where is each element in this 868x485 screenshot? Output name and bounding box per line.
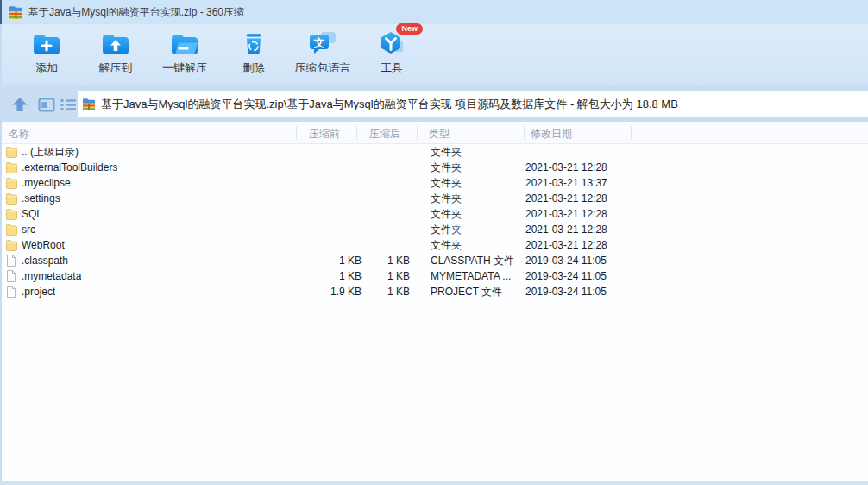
folder-icon bbox=[6, 192, 17, 205]
column-divider bbox=[417, 126, 418, 140]
size-after: 1 KB bbox=[364, 268, 410, 284]
one-click-extract-button[interactable]: 一键解压 bbox=[150, 24, 219, 83]
preview-pane-icon[interactable] bbox=[38, 98, 55, 112]
file-icon bbox=[6, 255, 17, 267]
file-row[interactable]: WebRoot 文件夹 2021-03-21 12:28 bbox=[2, 237, 868, 253]
file-type: 文件夹 bbox=[431, 144, 522, 160]
size-after: 1 KB bbox=[364, 284, 410, 299]
zip-file-icon bbox=[82, 98, 96, 111]
address-field[interactable]: 基于Java与Mysql的融资平台实现.zip\基于Java与Mysql的融资平… bbox=[78, 91, 868, 117]
360zip-window: 基于Java与Mysql的融资平台实现.zip - 360压缩 添加 bbox=[0, 0, 868, 485]
archive-language-button[interactable]: 文 压缩包语言 bbox=[288, 24, 357, 83]
folder-icon bbox=[6, 208, 17, 220]
svg-text:文: 文 bbox=[313, 36, 325, 49]
modified-date: 2021-03-21 12:28 bbox=[525, 237, 633, 253]
modified-date: 2019-03-24 11:05 bbox=[525, 253, 633, 268]
size-after: 1 KB bbox=[364, 253, 410, 268]
file-row[interactable]: .project 1.9 KB 1 KB PROJECT 文件 2019-03-… bbox=[2, 284, 868, 299]
up-arrow-icon[interactable] bbox=[10, 96, 29, 113]
file-list: .. (上级目录) 文件夹 .externalToolBuilders 文件夹 … bbox=[2, 144, 868, 299]
file-type: MYMETADATA ... bbox=[431, 268, 522, 284]
folder-icon bbox=[6, 161, 17, 173]
modified-date: 2021-03-21 12:28 bbox=[525, 191, 633, 206]
file-row[interactable]: .mymetadata 1 KB 1 KB MYMETADATA ... 201… bbox=[2, 268, 868, 284]
window-left-border bbox=[0, 24, 2, 485]
column-divider bbox=[524, 126, 525, 140]
modified-date: 2019-03-24 11:05 bbox=[525, 284, 633, 299]
file-name: .classpath bbox=[22, 253, 68, 268]
column-header-before[interactable]: 压缩前 bbox=[309, 127, 340, 142]
file-type: 文件夹 bbox=[431, 206, 522, 222]
file-type: 文件夹 bbox=[431, 222, 522, 237]
file-row[interactable]: .externalToolBuilders 文件夹 2021-03-21 12:… bbox=[2, 160, 868, 175]
file-list-panel: 名称 压缩前 压缩后 类型 修改日期 .. (上级目录) bbox=[2, 122, 868, 481]
window-bottom-border bbox=[0, 481, 868, 485]
folder-icon bbox=[6, 146, 17, 158]
column-divider bbox=[631, 126, 632, 140]
folder-icon bbox=[6, 224, 17, 236]
file-type: PROJECT 文件 bbox=[431, 284, 522, 299]
file-type: 文件夹 bbox=[431, 160, 522, 175]
column-header-after[interactable]: 压缩后 bbox=[369, 127, 400, 142]
extract-to-button[interactable]: 解压到 bbox=[81, 24, 150, 83]
title-bar: 基于Java与Mysql的融资平台实现.zip - 360压缩 bbox=[0, 0, 868, 24]
modified-date: 2021-03-21 12:28 bbox=[525, 222, 633, 237]
file-row[interactable]: .myeclipse 文件夹 2021-03-21 13:37 bbox=[2, 175, 868, 191]
file-row[interactable]: src 文件夹 2021-03-21 12:28 bbox=[2, 222, 868, 237]
size-before: 1.9 KB bbox=[286, 284, 362, 299]
column-header-modified[interactable]: 修改日期 bbox=[531, 127, 572, 142]
add-folder-icon bbox=[32, 30, 61, 56]
toolbar: 添加 解压到 一键解压 bbox=[0, 24, 868, 85]
file-row[interactable]: .. (上级目录) 文件夹 bbox=[2, 144, 868, 160]
file-type: CLASSPATH 文件 bbox=[431, 253, 522, 268]
delete-button-label: 删除 bbox=[242, 60, 265, 76]
file-row[interactable]: .classpath 1 KB 1 KB CLASSPATH 文件 2019-0… bbox=[2, 253, 868, 268]
file-name: .mymetadata bbox=[22, 268, 81, 284]
delete-trash-icon bbox=[239, 30, 268, 56]
modified-date: 2019-03-24 11:05 bbox=[525, 268, 633, 284]
column-divider bbox=[356, 126, 357, 140]
tools-button[interactable]: New 工具 bbox=[357, 24, 426, 83]
add-button[interactable]: 添加 bbox=[12, 24, 81, 83]
column-divider bbox=[296, 126, 297, 140]
column-header-name[interactable]: 名称 bbox=[9, 127, 29, 142]
file-name: SQL bbox=[22, 206, 42, 222]
file-icon bbox=[6, 270, 17, 282]
tools-button-label: 工具 bbox=[381, 60, 403, 76]
extract-to-button-label: 解压到 bbox=[99, 60, 133, 76]
file-type: 文件夹 bbox=[431, 175, 522, 191]
file-name: .externalToolBuilders bbox=[22, 160, 117, 175]
one-click-extract-button-label: 一键解压 bbox=[162, 60, 207, 76]
file-type: 文件夹 bbox=[431, 191, 522, 206]
archive-language-bubble-icon: 文 bbox=[308, 30, 337, 56]
one-click-extract-icon bbox=[170, 30, 199, 56]
size-before: 1 KB bbox=[286, 253, 362, 268]
size-before: 1 KB bbox=[286, 268, 362, 284]
file-name: .settings bbox=[22, 191, 60, 206]
extract-to-folder-icon bbox=[101, 30, 130, 56]
column-header-row: 名称 压缩前 压缩后 类型 修改日期 bbox=[2, 122, 868, 144]
modified-date: 2021-03-21 12:28 bbox=[525, 206, 633, 222]
column-header-type[interactable]: 类型 bbox=[429, 127, 450, 142]
modified-date: 2021-03-21 13:37 bbox=[525, 175, 633, 191]
archive-language-button-label: 压缩包语言 bbox=[295, 60, 351, 76]
folder-icon bbox=[6, 177, 17, 189]
add-button-label: 添加 bbox=[35, 60, 58, 76]
file-name: WebRoot bbox=[22, 237, 65, 253]
file-row[interactable]: SQL 文件夹 2021-03-21 12:28 bbox=[2, 206, 868, 222]
file-row[interactable]: .settings 文件夹 2021-03-21 12:28 bbox=[2, 191, 868, 206]
list-view-icon[interactable] bbox=[60, 98, 77, 112]
file-name: .myeclipse bbox=[22, 175, 71, 191]
folder-icon bbox=[6, 239, 17, 251]
new-badge: New bbox=[396, 23, 423, 35]
delete-button[interactable]: 删除 bbox=[219, 24, 288, 83]
file-name: .project bbox=[22, 284, 55, 299]
address-bar: 基于Java与Mysql的融资平台实现.zip\基于Java与Mysql的融资平… bbox=[0, 85, 868, 122]
zip-archive-icon bbox=[9, 5, 23, 20]
file-type: 文件夹 bbox=[431, 237, 522, 253]
file-name: src bbox=[22, 222, 35, 237]
modified-date: 2021-03-21 12:28 bbox=[525, 160, 633, 175]
address-path: 基于Java与Mysql的融资平台实现.zip\基于Java与Mysql的融资平… bbox=[101, 97, 678, 112]
file-name: .. (上级目录) bbox=[22, 144, 79, 160]
file-icon bbox=[6, 286, 17, 298]
